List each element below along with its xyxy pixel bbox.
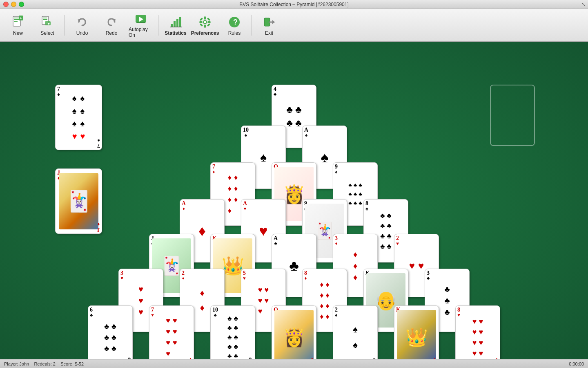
redo-icon (104, 15, 119, 29)
svg-rect-1 (14, 18, 19, 18)
svg-rect-2 (14, 19, 19, 20)
svg-point-22 (204, 21, 206, 23)
maximize-button[interactable] (19, 2, 24, 7)
sep-3 (252, 15, 252, 36)
window-title: BVS Solitaire Collection – Pyramid [#262… (239, 2, 349, 7)
score: Score: $-52 (60, 361, 84, 366)
undo-button[interactable]: Undo (68, 11, 96, 40)
toolbar: + New Select Undo (0, 9, 588, 42)
preferences-icon (198, 15, 212, 29)
svg-rect-28 (207, 17, 210, 20)
svg-text:+: + (20, 16, 22, 20)
jack-diamonds-card[interactable]: J ♦ 🃏 J ♦ (55, 168, 102, 234)
svg-rect-8 (43, 19, 47, 20)
undo-label: Undo (76, 30, 88, 36)
rules-label: Rules (228, 30, 241, 36)
exit-label: Exit (265, 30, 273, 36)
sep-2 (158, 15, 158, 36)
autoplay-button[interactable]: Autoplay On (127, 11, 155, 40)
rules-button[interactable]: ? Rules (220, 11, 248, 40)
svg-rect-25 (199, 21, 203, 23)
player-name: Player: John (4, 361, 29, 366)
statistics-button[interactable]: Statistics (162, 11, 189, 40)
svg-text:?: ? (233, 18, 238, 26)
svg-rect-24 (204, 25, 206, 28)
svg-rect-19 (179, 17, 181, 27)
svg-rect-23 (204, 16, 206, 20)
svg-rect-18 (176, 19, 178, 27)
svg-rect-26 (207, 21, 211, 23)
preferences-button[interactable]: Preferences (191, 11, 219, 40)
redo-button[interactable]: Redo (98, 11, 125, 40)
timer: 0:00:00 (569, 361, 584, 366)
svg-rect-3 (14, 21, 18, 22)
minimize-button[interactable] (11, 2, 16, 7)
select-label: Select (40, 30, 54, 36)
status-bar: Player: John Redeals: 2 Score: $-52 0:00… (0, 359, 588, 368)
new-label: New (13, 30, 23, 36)
game-area: 7 ♠ ♠♠ ♠♠ ♠♠ ♥♥ 7 ♠ J ♦ 🃏 (0, 42, 588, 368)
redeals: Redeals: 2 (34, 361, 56, 366)
autoplay-icon (134, 13, 148, 26)
sep-1 (65, 15, 65, 36)
svg-rect-16 (171, 24, 173, 27)
preferences-label: Preferences (191, 30, 219, 36)
select-icon (40, 15, 55, 29)
svg-rect-17 (174, 21, 176, 27)
new-icon: + (11, 15, 25, 29)
svg-rect-30 (207, 23, 210, 26)
select-button[interactable]: Select (33, 11, 61, 40)
player-info: Player: John Redeals: 2 Score: $-52 (4, 361, 84, 366)
autoplay-label: Autoplay On (129, 27, 153, 38)
title-bar: BVS Solitaire Collection – Pyramid [#262… (0, 0, 588, 9)
resize-icon[interactable]: ⤡ (581, 2, 586, 7)
svg-rect-29 (200, 23, 203, 26)
stock-card[interactable]: 7 ♠ ♠♠ ♠♠ ♠♠ ♥♥ 7 ♠ (55, 85, 102, 150)
statistics-label: Statistics (165, 30, 186, 36)
exit-icon (262, 15, 276, 29)
redo-label: Redo (106, 30, 118, 36)
statistics-icon (168, 15, 183, 29)
svg-rect-27 (200, 17, 203, 20)
discard-slot[interactable] (490, 85, 535, 146)
svg-rect-15 (136, 22, 145, 23)
rules-icon: ? (227, 15, 242, 29)
window-controls[interactable] (3, 2, 24, 7)
svg-rect-7 (43, 18, 47, 18)
svg-marker-36 (272, 20, 275, 24)
new-button[interactable]: + New (4, 11, 32, 40)
undo-icon (75, 15, 89, 29)
exit-button[interactable]: Exit (255, 11, 283, 40)
close-button[interactable] (3, 2, 9, 7)
